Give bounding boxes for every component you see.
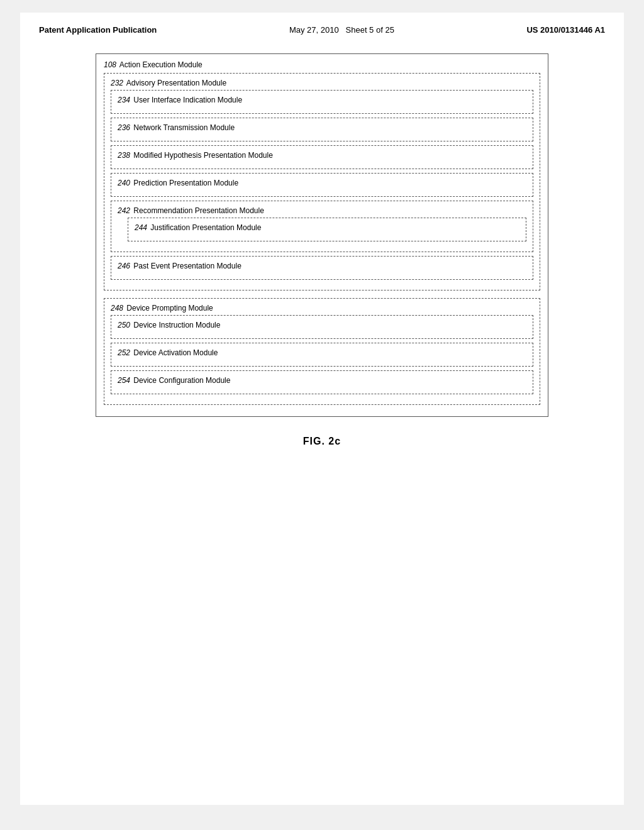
module-246-label: 246 Past Event Presentation Module bbox=[118, 262, 526, 270]
module-250-label: 250 Device Instruction Module bbox=[118, 321, 526, 329]
module-242-label: 242 Recommendation Presentation Module bbox=[118, 206, 526, 215]
header-date: May 27, 2010 bbox=[289, 25, 339, 35]
module-242: 242 Recommendation Presentation Module 2… bbox=[111, 201, 533, 252]
module-232-label: 232 Advisory Presentation Module bbox=[111, 79, 533, 87]
module-236-label: 236 Network Transmission Module bbox=[118, 123, 526, 132]
module-252: 252 Device Activation Module bbox=[111, 343, 533, 367]
module-236: 236 Network Transmission Module bbox=[111, 118, 533, 141]
module-244: 244 Justification Presentation Module bbox=[128, 218, 526, 241]
module-232: 232 Advisory Presentation Module 234 Use… bbox=[104, 73, 540, 290]
module-244-label: 244 Justification Presentation Module bbox=[135, 223, 519, 232]
header-center: May 27, 2010 Sheet 5 of 25 bbox=[289, 25, 394, 35]
module-254-label: 254 Device Configuration Module bbox=[118, 376, 526, 385]
header-left: Patent Application Publication bbox=[39, 25, 157, 35]
header-sheet: Sheet 5 of 25 bbox=[346, 25, 394, 35]
figure-caption: FIG. 2c bbox=[39, 436, 605, 447]
module-238-label: 238 Modified Hypothesis Presentation Mod… bbox=[118, 151, 526, 160]
module-252-label: 252 Device Activation Module bbox=[118, 348, 526, 357]
module-248-label: 248 Device Prompting Module bbox=[111, 304, 533, 313]
module-240: 240 Prediction Presentation Module bbox=[111, 173, 533, 197]
module-246: 246 Past Event Presentation Module bbox=[111, 256, 533, 280]
module-240-label: 240 Prediction Presentation Module bbox=[118, 179, 526, 187]
module-250: 250 Device Instruction Module bbox=[111, 315, 533, 339]
header-right: US 2010/0131446 A1 bbox=[526, 25, 605, 35]
module-254: 254 Device Configuration Module bbox=[111, 370, 533, 394]
page-header: Patent Application Publication May 27, 2… bbox=[39, 25, 605, 35]
module-248: 248 Device Prompting Module 250 Device I… bbox=[104, 298, 540, 405]
module-238: 238 Modified Hypothesis Presentation Mod… bbox=[111, 145, 533, 169]
page: Patent Application Publication May 27, 2… bbox=[20, 13, 624, 805]
module-108-label: 108 Action Execution Module bbox=[104, 60, 540, 69]
module-234-label: 234 User Interface Indication Module bbox=[118, 96, 526, 104]
module-108: 108 Action Execution Module 232 Advisory… bbox=[96, 53, 548, 417]
module-234: 234 User Interface Indication Module bbox=[111, 90, 533, 114]
diagram-area: 108 Action Execution Module 232 Advisory… bbox=[96, 53, 548, 417]
module-232-group: 232 Advisory Presentation Module 234 Use… bbox=[104, 73, 540, 290]
